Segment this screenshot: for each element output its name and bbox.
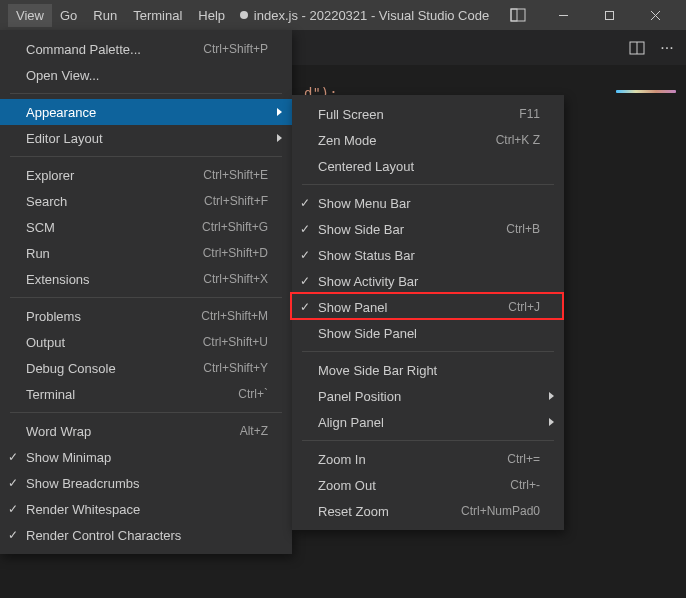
appearance-menu-item-reset-zoom[interactable]: Reset ZoomCtrl+NumPad0 — [292, 498, 564, 524]
window-title: index.js - 20220321 - Visual Studio Code — [233, 8, 496, 23]
menu-item-label: Terminal — [26, 387, 238, 402]
appearance-menu-item-show-menu-bar[interactable]: Show Menu Bar — [292, 190, 564, 216]
view-menu-item-run[interactable]: RunCtrl+Shift+D — [0, 240, 292, 266]
menu-item-label: Problems — [26, 309, 201, 324]
menu-item-label: Command Palette... — [26, 42, 203, 57]
menu-separator — [10, 93, 282, 94]
view-menu-item-appearance[interactable]: Appearance — [0, 99, 292, 125]
menu-item-label: Full Screen — [318, 107, 519, 122]
view-menu-item-editor-layout[interactable]: Editor Layout — [0, 125, 292, 151]
appearance-menu-item-panel-position[interactable]: Panel Position — [292, 383, 564, 409]
view-menu: Command Palette...Ctrl+Shift+POpen View.… — [0, 30, 292, 554]
view-menu-item-explorer[interactable]: ExplorerCtrl+Shift+E — [0, 162, 292, 188]
appearance-menu-item-show-panel[interactable]: Show PanelCtrl+J — [292, 294, 564, 320]
appearance-menu-item-full-screen[interactable]: Full ScreenF11 — [292, 101, 564, 127]
view-menu-item-scm[interactable]: SCMCtrl+Shift+G — [0, 214, 292, 240]
menubar-terminal[interactable]: Terminal — [125, 4, 190, 27]
appearance-menu-item-zoom-out[interactable]: Zoom OutCtrl+- — [292, 472, 564, 498]
menu-item-shortcut: Ctrl+= — [507, 452, 540, 466]
menubar: View Go Run Terminal Help — [8, 4, 233, 27]
view-menu-item-terminal[interactable]: TerminalCtrl+` — [0, 381, 292, 407]
maximize-button[interactable] — [586, 0, 632, 30]
menu-item-shortcut: Ctrl+- — [510, 478, 540, 492]
appearance-menu-item-show-side-bar[interactable]: Show Side BarCtrl+B — [292, 216, 564, 242]
menu-separator — [10, 297, 282, 298]
menu-separator — [10, 412, 282, 413]
chevron-right-icon — [549, 392, 554, 400]
appearance-menu-item-zoom-in[interactable]: Zoom InCtrl+= — [292, 446, 564, 472]
layout-toggle-icon[interactable] — [496, 0, 540, 30]
view-menu-item-problems[interactable]: ProblemsCtrl+Shift+M — [0, 303, 292, 329]
view-menu-item-extensions[interactable]: ExtensionsCtrl+Shift+X — [0, 266, 292, 292]
minimap[interactable] — [616, 90, 676, 93]
menu-item-shortcut: Ctrl+Shift+F — [204, 194, 268, 208]
menu-item-label: Show Breadcrumbs — [26, 476, 268, 491]
menu-item-label: Show Panel — [318, 300, 508, 315]
menu-item-shortcut: Ctrl+Shift+Y — [203, 361, 268, 375]
more-actions-icon[interactable]: ··· — [656, 37, 678, 59]
menu-item-label: Zen Mode — [318, 133, 496, 148]
menu-item-label: Show Activity Bar — [318, 274, 540, 289]
menu-item-shortcut: Ctrl+Shift+U — [203, 335, 268, 349]
menu-item-label: Render Whitespace — [26, 502, 268, 517]
appearance-menu-item-show-status-bar[interactable]: Show Status Bar — [292, 242, 564, 268]
view-menu-item-search[interactable]: SearchCtrl+Shift+F — [0, 188, 292, 214]
appearance-menu-item-move-side-bar-right[interactable]: Move Side Bar Right — [292, 357, 564, 383]
menu-item-shortcut: Ctrl+` — [238, 387, 268, 401]
view-menu-item-debug-console[interactable]: Debug ConsoleCtrl+Shift+Y — [0, 355, 292, 381]
menubar-view[interactable]: View — [8, 4, 52, 27]
menu-item-shortcut: Ctrl+Shift+X — [203, 272, 268, 286]
view-menu-item-command-palette[interactable]: Command Palette...Ctrl+Shift+P — [0, 36, 292, 62]
menu-item-label: Editor Layout — [26, 131, 268, 146]
view-menu-item-output[interactable]: OutputCtrl+Shift+U — [0, 329, 292, 355]
appearance-submenu: Full ScreenF11Zen ModeCtrl+K ZCentered L… — [292, 95, 564, 530]
menu-item-label: Align Panel — [318, 415, 540, 430]
menu-item-shortcut: Ctrl+Shift+E — [203, 168, 268, 182]
chevron-right-icon — [277, 108, 282, 116]
menu-item-shortcut: Ctrl+Shift+M — [201, 309, 268, 323]
menubar-go[interactable]: Go — [52, 4, 85, 27]
menu-item-label: Search — [26, 194, 204, 209]
menu-item-label: Zoom Out — [318, 478, 510, 493]
menu-item-shortcut: Ctrl+Shift+G — [202, 220, 268, 234]
menu-separator — [302, 440, 554, 441]
view-menu-item-render-control-characters[interactable]: Render Control Characters — [0, 522, 292, 548]
appearance-menu-item-align-panel[interactable]: Align Panel — [292, 409, 564, 435]
window-title-text: index.js - 20220321 - Visual Studio Code — [254, 8, 489, 23]
menu-item-label: Render Control Characters — [26, 528, 268, 543]
menu-item-label: Panel Position — [318, 389, 540, 404]
menu-item-label: Show Side Bar — [318, 222, 506, 237]
svg-rect-3 — [605, 11, 613, 19]
menu-item-shortcut: F11 — [519, 107, 540, 121]
view-menu-item-show-minimap[interactable]: Show Minimap — [0, 444, 292, 470]
menubar-run[interactable]: Run — [85, 4, 125, 27]
svg-rect-1 — [511, 9, 517, 21]
close-button[interactable] — [632, 0, 678, 30]
menu-item-label: Show Menu Bar — [318, 196, 540, 211]
appearance-menu-item-centered-layout[interactable]: Centered Layout — [292, 153, 564, 179]
menu-item-shortcut: Ctrl+K Z — [496, 133, 540, 147]
menu-separator — [302, 184, 554, 185]
appearance-menu-item-show-activity-bar[interactable]: Show Activity Bar — [292, 268, 564, 294]
menu-item-label: Debug Console — [26, 361, 203, 376]
dirty-dot-icon — [240, 11, 248, 19]
menu-item-label: Word Wrap — [26, 424, 240, 439]
menubar-help[interactable]: Help — [190, 4, 233, 27]
menu-item-shortcut: Ctrl+Shift+P — [203, 42, 268, 56]
menu-item-label: Centered Layout — [318, 159, 540, 174]
menu-separator — [302, 351, 554, 352]
split-editor-icon[interactable] — [626, 37, 648, 59]
view-menu-item-show-breadcrumbs[interactable]: Show Breadcrumbs — [0, 470, 292, 496]
appearance-menu-item-show-side-panel[interactable]: Show Side Panel — [292, 320, 564, 346]
view-menu-item-render-whitespace[interactable]: Render Whitespace — [0, 496, 292, 522]
view-menu-item-word-wrap[interactable]: Word WrapAlt+Z — [0, 418, 292, 444]
menu-item-label: Show Side Panel — [318, 326, 540, 341]
menu-item-label: SCM — [26, 220, 202, 235]
menu-item-label: Zoom In — [318, 452, 507, 467]
view-menu-item-open-view[interactable]: Open View... — [0, 62, 292, 88]
title-bar: View Go Run Terminal Help index.js - 202… — [0, 0, 686, 30]
menu-item-label: Output — [26, 335, 203, 350]
appearance-menu-item-zen-mode[interactable]: Zen ModeCtrl+K Z — [292, 127, 564, 153]
menu-item-label: Extensions — [26, 272, 203, 287]
minimize-button[interactable] — [540, 0, 586, 30]
